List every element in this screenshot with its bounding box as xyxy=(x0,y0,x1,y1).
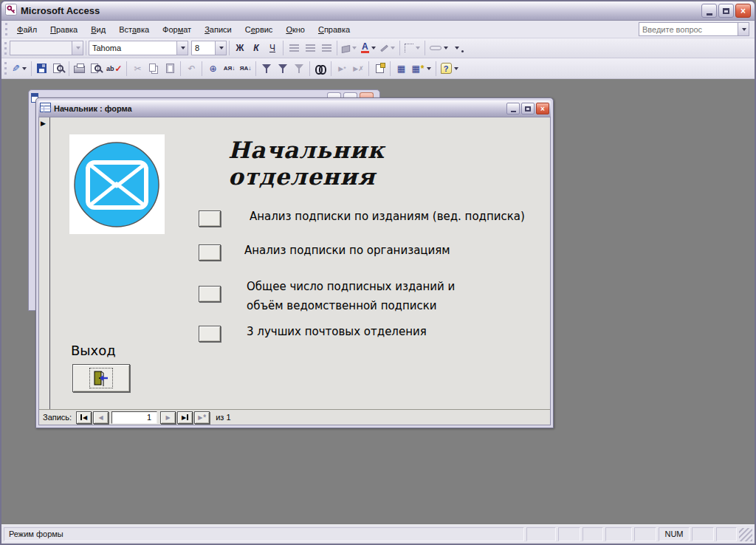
maximize-button[interactable] xyxy=(521,103,535,114)
menu-records[interactable]: Записи xyxy=(198,22,238,37)
spelling-button[interactable]: ab✓ xyxy=(104,61,125,77)
database-window-icon: ▦ xyxy=(397,64,405,74)
object-combo-dropdown[interactable] xyxy=(72,41,83,55)
first-record-button[interactable]: ◀ xyxy=(76,411,92,424)
previous-record-button[interactable]: ◀ xyxy=(93,411,109,424)
font-combo-dropdown[interactable] xyxy=(176,41,188,55)
statusbar: Режим формы NUM xyxy=(1,524,755,544)
ask-question-combo[interactable] xyxy=(639,22,749,36)
hyperlink-globe-icon: ⊕ xyxy=(209,64,216,74)
italic-button[interactable]: К xyxy=(248,40,264,56)
align-left-button[interactable] xyxy=(286,40,302,56)
help-icon: ? xyxy=(441,63,452,74)
report-button-editions[interactable] xyxy=(199,210,221,227)
resize-grip[interactable] xyxy=(739,528,752,541)
font-name-combo[interactable]: Tahoma xyxy=(89,41,188,55)
menu-edit[interactable]: Правка xyxy=(44,22,84,37)
next-record-button[interactable]: ▶ xyxy=(160,411,176,424)
undo-button[interactable]: ↶ xyxy=(183,61,199,77)
close-button[interactable]: × xyxy=(536,103,549,114)
menu-help[interactable]: Справка xyxy=(312,22,357,37)
minimize-button[interactable] xyxy=(701,4,717,18)
special-effect-button[interactable] xyxy=(427,40,450,56)
record-number-input[interactable] xyxy=(111,411,157,424)
new-record-button[interactable]: ▶* xyxy=(194,411,210,424)
print-button[interactable] xyxy=(72,61,88,77)
font-color-icon: А xyxy=(361,43,369,53)
view-button[interactable]: ✎ xyxy=(10,61,29,77)
find-button[interactable] xyxy=(312,61,329,77)
close-button[interactable]: × xyxy=(735,4,751,18)
save-icon xyxy=(37,64,47,73)
paste-button[interactable] xyxy=(162,61,178,77)
properties-icon xyxy=(376,64,384,73)
file-search-button[interactable] xyxy=(50,61,66,77)
font-color-button[interactable]: А xyxy=(359,40,378,56)
database-window-button[interactable]: ▦ xyxy=(393,61,409,77)
filter-selection-icon xyxy=(262,64,271,69)
menu-view[interactable]: Вид xyxy=(84,22,112,37)
menu-format[interactable]: Формат xyxy=(156,22,198,37)
minimize-button[interactable] xyxy=(506,103,520,114)
delete-record-icon: ▶✗ xyxy=(353,65,363,72)
ask-question-input[interactable] xyxy=(639,25,738,34)
window-controls: × xyxy=(701,4,751,18)
menu-window[interactable]: Окно xyxy=(279,22,312,37)
sort-descending-button[interactable]: ЯА↓ xyxy=(237,61,253,77)
insert-hyperlink-button[interactable]: ⊕ xyxy=(205,61,221,77)
sort-ascending-button[interactable]: АЯ↓ xyxy=(221,61,237,77)
object-select-combo[interactable] xyxy=(10,41,83,55)
maximize-button[interactable] xyxy=(718,4,734,18)
border-style-button[interactable] xyxy=(402,40,422,56)
report-button-top3[interactable] xyxy=(199,326,221,342)
apply-filter-button[interactable] xyxy=(291,61,307,77)
font-size-combo[interactable]: 8 xyxy=(191,41,227,55)
filter-by-form-button[interactable] xyxy=(275,61,291,77)
new-record-button[interactable]: ▶* xyxy=(334,61,350,77)
line-color-button[interactable] xyxy=(378,40,397,56)
menu-file[interactable]: Файл xyxy=(10,22,44,37)
access-application-window: Microsoft Access × Файл Правка Вид Встав… xyxy=(0,0,756,545)
form-window-titlebar[interactable]: Начальник : форма × xyxy=(38,100,551,117)
ask-question-dropdown[interactable] xyxy=(738,23,749,35)
align-right-button[interactable] xyxy=(318,40,334,56)
copy-icon xyxy=(149,64,156,72)
menu-insert[interactable]: Вставка xyxy=(112,22,156,37)
filter-by-selection-button[interactable] xyxy=(258,61,275,77)
copy-button[interactable] xyxy=(145,61,162,77)
align-center-button[interactable] xyxy=(302,40,318,56)
fill-color-button[interactable] xyxy=(340,40,359,56)
underline-button[interactable]: Ч xyxy=(264,40,281,56)
check-icon: ✓ xyxy=(114,64,122,74)
toolbar-gripper[interactable] xyxy=(4,42,7,55)
chevron-down-icon xyxy=(427,67,431,70)
exit-door-icon xyxy=(93,370,109,386)
report-button-totals[interactable] xyxy=(199,286,221,302)
size-combo-dropdown[interactable] xyxy=(215,41,226,55)
new-record-icon: * xyxy=(203,414,206,422)
print-preview-button[interactable] xyxy=(88,61,104,77)
bold-button[interactable]: Ж xyxy=(232,40,248,56)
chevron-down-icon xyxy=(181,47,185,49)
save-button[interactable] xyxy=(34,61,50,77)
last-record-button[interactable]: ▶ xyxy=(177,411,193,424)
toolbar-gripper[interactable] xyxy=(4,62,7,75)
new-object-button[interactable]: ▦* xyxy=(409,61,433,77)
record-nav-label: Запись: xyxy=(43,413,72,422)
toolbar-gripper[interactable] xyxy=(5,23,7,35)
help-button[interactable]: ? xyxy=(439,61,461,77)
focus-rectangle xyxy=(89,368,113,388)
separator xyxy=(436,61,436,76)
cut-button[interactable]: ✂ xyxy=(129,61,145,77)
toolbar-options-button[interactable] xyxy=(450,40,467,56)
chevron-down-icon xyxy=(391,47,395,49)
align-center-icon xyxy=(306,44,315,52)
properties-button[interactable] xyxy=(371,61,388,77)
app-title: Microsoft Access xyxy=(21,5,100,16)
app-titlebar[interactable]: Microsoft Access × xyxy=(1,1,755,21)
exit-button[interactable] xyxy=(72,364,130,392)
record-selector-bar[interactable]: ▶ xyxy=(39,117,50,409)
delete-record-button[interactable]: ▶✗ xyxy=(350,61,366,77)
report-button-organizations[interactable] xyxy=(199,244,221,261)
menu-tools[interactable]: Сервис xyxy=(238,22,280,37)
